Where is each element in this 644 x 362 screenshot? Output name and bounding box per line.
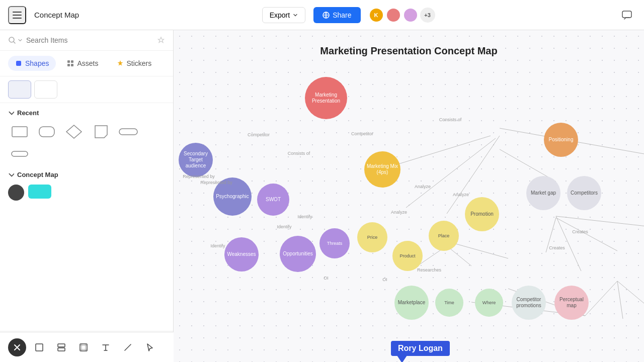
tool-text[interactable] <box>97 338 115 356</box>
shape-pill-narrow[interactable] <box>8 145 31 163</box>
edge-label: OI <box>382 277 387 282</box>
avatar: K <box>369 8 384 23</box>
concept-map-section-header[interactable]: Concept Map <box>8 171 165 178</box>
edge-label: Analyze <box>415 184 431 189</box>
node-secondary[interactable]: Secondary Target audience <box>179 143 213 177</box>
node-place[interactable]: Place <box>429 221 459 251</box>
color-dark[interactable] <box>8 185 24 201</box>
search-icon <box>8 36 16 44</box>
node-perceptual_map[interactable]: Perceptual map <box>554 286 589 320</box>
edge-label: Identify <box>277 224 291 229</box>
map-title: Marketing Presentation Concept Map <box>320 45 497 57</box>
edge-label: Represented by <box>183 174 215 179</box>
sidebar: Shapes Assets Stickers Recent <box>0 30 174 362</box>
cursor-arrow <box>396 354 408 362</box>
edge-label: Identify <box>297 214 312 219</box>
node-market_gap[interactable]: Market gap <box>526 176 560 210</box>
canvas-area[interactable]: Marketing Presentation Concept Map Marke… <box>174 30 644 362</box>
node-marketplace[interactable]: Marketplace <box>394 286 429 320</box>
assets-icon <box>67 60 74 67</box>
shape-pill-wide[interactable] <box>117 123 140 141</box>
edge-label: OI <box>324 276 329 281</box>
text-icon <box>101 343 110 352</box>
avatar <box>386 8 401 23</box>
diamond-icon <box>15 60 22 67</box>
chat-button[interactable] <box>618 6 636 24</box>
shape-rounded-rect[interactable] <box>35 123 58 141</box>
edge-label: Creates <box>549 245 565 250</box>
svg-rect-6 <box>16 61 21 66</box>
rectangle-icon <box>35 343 44 352</box>
concept-map-colors <box>8 185 165 201</box>
shape-sticky[interactable] <box>90 123 113 141</box>
node-promotion[interactable]: Promotion <box>465 197 499 231</box>
edge-label: Creates <box>572 229 588 234</box>
shape-diamond[interactable] <box>62 123 86 141</box>
diamond-shape <box>65 124 83 139</box>
edge-label: Competitor <box>351 131 373 136</box>
node-threats[interactable]: Threats <box>319 228 350 258</box>
recent-section: Recent <box>0 103 173 207</box>
node-time[interactable]: Time <box>435 289 463 317</box>
svg-rect-47 <box>58 348 65 351</box>
node-opportunities[interactable]: Opportunities <box>280 236 316 272</box>
node-positioning[interactable]: Positioning <box>544 123 578 157</box>
shape-rectangle[interactable] <box>8 123 31 141</box>
node-competitors[interactable]: Competitors <box>567 176 601 210</box>
close-button[interactable] <box>8 338 26 356</box>
recent-section-header[interactable]: Recent <box>8 109 165 117</box>
pin-icon <box>157 36 165 44</box>
tool-line[interactable] <box>119 338 137 356</box>
node-where[interactable]: Where <box>475 289 503 317</box>
globe-icon <box>323 12 330 19</box>
svg-rect-0 <box>13 12 22 13</box>
search-bar <box>0 30 173 51</box>
tool-rectangle[interactable] <box>30 338 48 356</box>
chevron-down-icon <box>18 38 22 42</box>
edge-label: Analyze <box>391 210 407 215</box>
x-icon <box>14 344 21 351</box>
node-price[interactable]: Price <box>357 222 387 252</box>
extra-tab-1[interactable] <box>8 80 31 99</box>
edge-label: Competitor <box>248 132 270 137</box>
share-button[interactable]: Share <box>313 7 360 23</box>
extra-tab-2[interactable] <box>34 80 57 99</box>
sticky-shape <box>94 125 108 139</box>
pill-narrow-shape <box>10 149 30 159</box>
node-weaknesses[interactable]: Weaknesses <box>224 237 259 272</box>
edge-label: Researches <box>417 267 441 273</box>
hamburger-icon <box>13 12 22 19</box>
tool-frame[interactable] <box>74 338 93 356</box>
node-product[interactable]: Product <box>392 241 423 271</box>
chevron-down-icon <box>8 172 14 178</box>
node-mktmix[interactable]: Marketing Mix (4ps) <box>364 151 400 188</box>
rectangle-shape <box>11 126 28 138</box>
edge-label: Consists of <box>288 151 310 156</box>
avatar-group: K +3 <box>369 8 435 23</box>
pill-wide-shape <box>118 127 138 137</box>
chevron-down-icon <box>293 13 298 18</box>
pointer-icon <box>145 343 154 352</box>
tab-row: Shapes Assets Stickers <box>0 51 173 76</box>
menu-button[interactable] <box>8 6 26 24</box>
avatar <box>403 8 418 23</box>
node-marketing[interactable]: Marketing Presentation <box>305 77 347 119</box>
search-icon-wrap <box>8 36 22 44</box>
search-input[interactable] <box>26 36 153 44</box>
tab-shapes[interactable]: Shapes <box>8 56 56 71</box>
chat-icon <box>621 10 632 21</box>
tool-pointer[interactable] <box>141 338 159 356</box>
line-icon <box>123 343 132 352</box>
extra-tabs <box>0 76 173 103</box>
document-title: Concept Map <box>34 11 79 19</box>
node-swot[interactable]: SWOT <box>257 184 289 216</box>
svg-rect-7 <box>67 60 70 63</box>
tool-stack[interactable] <box>52 338 70 356</box>
tab-stickers[interactable]: Stickers <box>110 56 159 71</box>
star-icon <box>117 60 124 67</box>
color-teal[interactable] <box>28 185 51 199</box>
export-button[interactable]: Export <box>262 7 305 23</box>
tab-assets[interactable]: Assets <box>60 56 105 71</box>
node-competitor_promotions[interactable]: Competitor promotions <box>512 286 546 320</box>
svg-rect-46 <box>58 344 65 347</box>
